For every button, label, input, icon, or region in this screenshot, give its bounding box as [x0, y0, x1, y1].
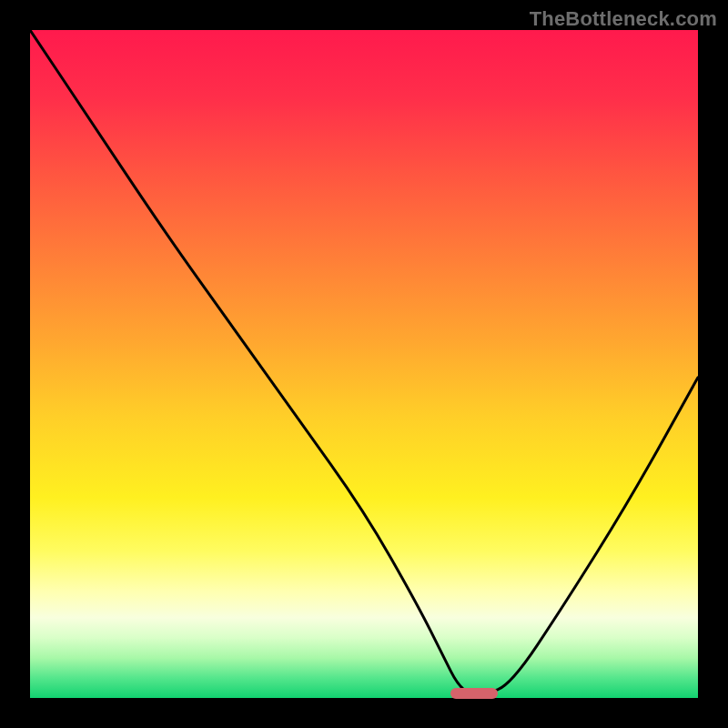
curve-path: [30, 30, 698, 694]
bottleneck-curve: [30, 30, 698, 698]
chart-frame: TheBottleneck.com: [0, 0, 728, 728]
plot-area: [30, 30, 698, 698]
watermark-text: TheBottleneck.com: [530, 7, 717, 31]
optimum-marker: [450, 688, 497, 699]
